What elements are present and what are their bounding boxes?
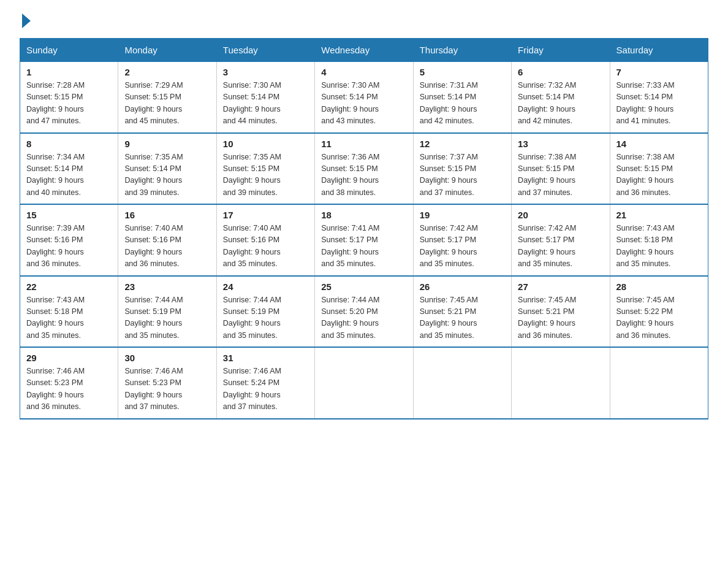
day-number: 10 [223, 139, 308, 149]
day-info: Sunrise: 7:45 AMSunset: 5:21 PMDaylight:… [420, 294, 505, 342]
day-info: Sunrise: 7:38 AMSunset: 5:15 PMDaylight:… [616, 151, 702, 199]
calendar-cell [610, 347, 708, 419]
calendar-cell: 24Sunrise: 7:44 AMSunset: 5:19 PMDayligh… [216, 276, 314, 348]
calendar-cell: 9Sunrise: 7:35 AMSunset: 5:14 PMDaylight… [118, 133, 216, 205]
calendar-cell: 4Sunrise: 7:30 AMSunset: 5:14 PMDaylight… [315, 62, 413, 133]
day-number: 5 [420, 67, 505, 77]
calendar-cell: 19Sunrise: 7:42 AMSunset: 5:17 PMDayligh… [413, 204, 511, 276]
day-info: Sunrise: 7:40 AMSunset: 5:16 PMDaylight:… [223, 223, 308, 270]
calendar-cell: 8Sunrise: 7:34 AMSunset: 5:14 PMDaylight… [20, 133, 118, 205]
day-number: 16 [124, 210, 210, 220]
logo-arrow-icon [22, 13, 31, 28]
calendar-cell: 12Sunrise: 7:37 AMSunset: 5:15 PMDayligh… [413, 133, 511, 205]
day-number: 29 [26, 353, 112, 363]
day-info: Sunrise: 7:34 AMSunset: 5:14 PMDaylight:… [26, 151, 112, 199]
weekday-header-wednesday: Wednesday [315, 39, 413, 62]
calendar-cell: 21Sunrise: 7:43 AMSunset: 5:18 PMDayligh… [610, 204, 708, 276]
logo [20, 15, 31, 28]
week-row-3: 15Sunrise: 7:39 AMSunset: 5:16 PMDayligh… [20, 204, 708, 276]
weekday-header-monday: Monday [118, 39, 216, 62]
calendar-cell: 27Sunrise: 7:45 AMSunset: 5:21 PMDayligh… [512, 276, 610, 348]
week-row-4: 22Sunrise: 7:43 AMSunset: 5:18 PMDayligh… [20, 276, 708, 348]
day-number: 28 [616, 282, 702, 292]
day-info: Sunrise: 7:45 AMSunset: 5:22 PMDaylight:… [616, 294, 702, 342]
calendar-cell: 10Sunrise: 7:35 AMSunset: 5:15 PMDayligh… [216, 133, 314, 205]
calendar-cell: 28Sunrise: 7:45 AMSunset: 5:22 PMDayligh… [610, 276, 708, 348]
weekday-header-tuesday: Tuesday [216, 39, 314, 62]
day-number: 25 [321, 282, 406, 292]
day-info: Sunrise: 7:37 AMSunset: 5:15 PMDaylight:… [420, 151, 505, 199]
day-info: Sunrise: 7:38 AMSunset: 5:15 PMDaylight:… [518, 151, 603, 199]
day-number: 23 [124, 282, 210, 292]
day-info: Sunrise: 7:39 AMSunset: 5:16 PMDaylight:… [26, 223, 112, 270]
weekday-header-saturday: Saturday [610, 39, 708, 62]
day-info: Sunrise: 7:35 AMSunset: 5:14 PMDaylight:… [124, 151, 210, 199]
calendar-cell: 11Sunrise: 7:36 AMSunset: 5:15 PMDayligh… [315, 133, 413, 205]
calendar-cell: 17Sunrise: 7:40 AMSunset: 5:16 PMDayligh… [216, 204, 314, 276]
calendar-cell: 25Sunrise: 7:44 AMSunset: 5:20 PMDayligh… [315, 276, 413, 348]
calendar-cell: 13Sunrise: 7:38 AMSunset: 5:15 PMDayligh… [512, 133, 610, 205]
weekday-header-row: SundayMondayTuesdayWednesdayThursdayFrid… [20, 39, 708, 62]
day-number: 6 [518, 67, 603, 77]
calendar-cell: 6Sunrise: 7:32 AMSunset: 5:14 PMDaylight… [512, 62, 610, 133]
day-number: 15 [26, 210, 112, 220]
day-number: 4 [321, 67, 406, 77]
calendar-cell: 31Sunrise: 7:46 AMSunset: 5:24 PMDayligh… [216, 347, 314, 419]
day-info: Sunrise: 7:33 AMSunset: 5:14 PMDaylight:… [616, 80, 702, 128]
day-number: 31 [223, 353, 308, 363]
day-number: 24 [223, 282, 308, 292]
day-number: 8 [26, 139, 112, 149]
day-info: Sunrise: 7:42 AMSunset: 5:17 PMDaylight:… [420, 223, 505, 270]
day-info: Sunrise: 7:29 AMSunset: 5:15 PMDaylight:… [124, 80, 210, 128]
calendar-cell: 22Sunrise: 7:43 AMSunset: 5:18 PMDayligh… [20, 276, 118, 348]
calendar-cell: 20Sunrise: 7:42 AMSunset: 5:17 PMDayligh… [512, 204, 610, 276]
day-info: Sunrise: 7:46 AMSunset: 5:23 PMDaylight:… [124, 366, 210, 413]
calendar-cell [315, 347, 413, 419]
calendar-cell: 23Sunrise: 7:44 AMSunset: 5:19 PMDayligh… [118, 276, 216, 348]
day-number: 20 [518, 210, 603, 220]
day-number: 22 [26, 282, 112, 292]
day-number: 7 [616, 67, 702, 77]
calendar-cell: 29Sunrise: 7:46 AMSunset: 5:23 PMDayligh… [20, 347, 118, 419]
calendar-cell: 16Sunrise: 7:40 AMSunset: 5:16 PMDayligh… [118, 204, 216, 276]
day-info: Sunrise: 7:30 AMSunset: 5:14 PMDaylight:… [321, 80, 406, 128]
day-info: Sunrise: 7:31 AMSunset: 5:14 PMDaylight:… [420, 80, 505, 128]
day-info: Sunrise: 7:44 AMSunset: 5:19 PMDaylight:… [124, 294, 210, 342]
calendar-cell: 30Sunrise: 7:46 AMSunset: 5:23 PMDayligh… [118, 347, 216, 419]
day-info: Sunrise: 7:35 AMSunset: 5:15 PMDaylight:… [223, 151, 308, 199]
day-info: Sunrise: 7:41 AMSunset: 5:17 PMDaylight:… [321, 223, 406, 270]
calendar-cell: 3Sunrise: 7:30 AMSunset: 5:14 PMDaylight… [216, 62, 314, 133]
day-number: 11 [321, 139, 406, 149]
week-row-1: 1Sunrise: 7:28 AMSunset: 5:15 PMDaylight… [20, 62, 708, 133]
day-number: 3 [223, 67, 308, 77]
day-number: 2 [124, 67, 210, 77]
calendar-cell: 7Sunrise: 7:33 AMSunset: 5:14 PMDaylight… [610, 62, 708, 133]
week-row-2: 8Sunrise: 7:34 AMSunset: 5:14 PMDaylight… [20, 133, 708, 205]
day-number: 26 [420, 282, 505, 292]
calendar-cell: 18Sunrise: 7:41 AMSunset: 5:17 PMDayligh… [315, 204, 413, 276]
day-number: 19 [420, 210, 505, 220]
page-header [20, 15, 708, 28]
calendar-cell: 15Sunrise: 7:39 AMSunset: 5:16 PMDayligh… [20, 204, 118, 276]
day-info: Sunrise: 7:44 AMSunset: 5:19 PMDaylight:… [223, 294, 308, 342]
day-info: Sunrise: 7:43 AMSunset: 5:18 PMDaylight:… [26, 294, 112, 342]
calendar-cell: 5Sunrise: 7:31 AMSunset: 5:14 PMDaylight… [413, 62, 511, 133]
weekday-header-thursday: Thursday [413, 39, 511, 62]
day-info: Sunrise: 7:42 AMSunset: 5:17 PMDaylight:… [518, 223, 603, 270]
day-number: 12 [420, 139, 505, 149]
calendar-cell: 26Sunrise: 7:45 AMSunset: 5:21 PMDayligh… [413, 276, 511, 348]
day-number: 18 [321, 210, 406, 220]
day-info: Sunrise: 7:46 AMSunset: 5:24 PMDaylight:… [223, 366, 308, 413]
calendar-cell [413, 347, 511, 419]
day-info: Sunrise: 7:36 AMSunset: 5:15 PMDaylight:… [321, 151, 406, 199]
weekday-header-friday: Friday [512, 39, 610, 62]
day-number: 30 [124, 353, 210, 363]
day-info: Sunrise: 7:32 AMSunset: 5:14 PMDaylight:… [518, 80, 603, 128]
calendar-cell [512, 347, 610, 419]
day-info: Sunrise: 7:30 AMSunset: 5:14 PMDaylight:… [223, 80, 308, 128]
weekday-header-sunday: Sunday [20, 39, 118, 62]
day-info: Sunrise: 7:40 AMSunset: 5:16 PMDaylight:… [124, 223, 210, 270]
calendar-cell: 1Sunrise: 7:28 AMSunset: 5:15 PMDaylight… [20, 62, 118, 133]
day-info: Sunrise: 7:46 AMSunset: 5:23 PMDaylight:… [26, 366, 112, 413]
week-row-5: 29Sunrise: 7:46 AMSunset: 5:23 PMDayligh… [20, 347, 708, 419]
